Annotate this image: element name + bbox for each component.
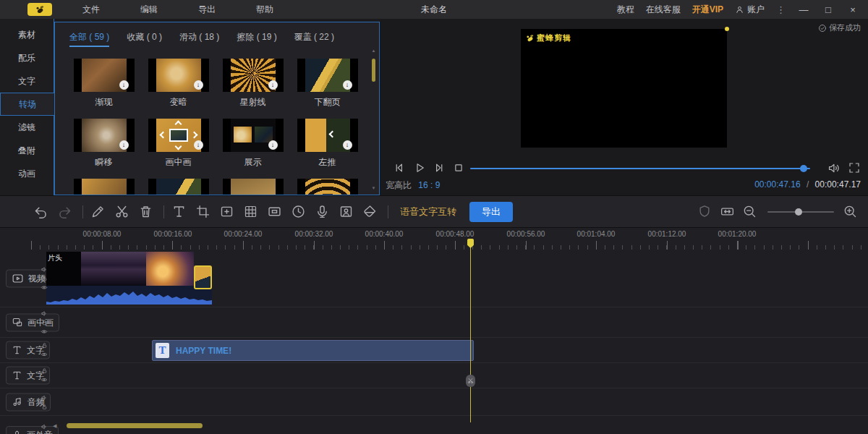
duration-button[interactable] [291,204,306,219]
stop-button[interactable] [452,161,465,174]
download-icon[interactable]: ↓ [194,80,203,90]
fit-timeline-button[interactable] [720,204,735,219]
sidebar-item-transitions[interactable]: 转场 [0,93,54,116]
mute-track-icon[interactable] [41,310,48,317]
speech-text-convert-button[interactable]: 语音文字互转 [400,205,456,218]
transition-item-partial[interactable] [141,179,216,195]
sidebar-item-music[interactable]: 配乐 [0,46,54,69]
add-text-button[interactable] [171,204,187,219]
transition-item[interactable]: ↓ 展示 [216,119,290,169]
fullscreen-icon[interactable] [848,161,861,174]
transition-item[interactable]: ↓ 下翻页 [290,59,365,109]
sidebar-item-overlays[interactable]: 叠附 [0,139,54,162]
transition-item[interactable]: ↓ 星射线 [216,59,290,109]
delete-button[interactable] [138,204,153,219]
lock-track-icon[interactable] [41,275,48,281]
volume-icon[interactable] [827,161,841,175]
download-icon[interactable]: ↓ [194,140,203,150]
seek-bar[interactable] [470,168,810,169]
video-frame[interactable]: 蜜蜂剪辑 [521,29,727,148]
download-icon[interactable]: ↓ [268,140,278,150]
time-ruler[interactable]: 00:00:08.00 00:00:16.00 00:00:24.00 00:0… [0,228,868,250]
mute-track-icon[interactable] [41,423,48,430]
scrollbar-thumb[interactable] [67,423,203,428]
text-clip[interactable]: T HAPPY TIME! [152,340,474,361]
scrollbar-thumb[interactable] [372,59,375,82]
horizontal-scrollbar[interactable]: ◀ [0,422,868,430]
crop-button[interactable] [195,204,210,219]
sidebar-item-text[interactable]: 文字 [0,69,54,93]
tab-favorites[interactable]: 收藏 ( 0 ) [127,31,162,47]
track-header-pip[interactable]: 画中画 [6,313,59,331]
account-button[interactable]: 账户 [735,4,765,16]
maximize-button[interactable]: □ [822,4,835,15]
hide-track-icon[interactable] [41,351,48,358]
tab-wipe[interactable]: 擦除 ( 19 ) [237,31,276,47]
transition-item[interactable]: ↓ 瞬移 [67,119,141,169]
video-clip[interactable]: 片头 [46,252,212,305]
hide-track-icon[interactable] [41,284,48,291]
edit-button[interactable] [90,204,106,219]
color-fill-button[interactable] [362,204,378,219]
minimize-button[interactable]: — [797,4,810,15]
download-icon[interactable]: ↓ [343,80,352,90]
transition-item-partial[interactable] [216,179,290,195]
sidebar-item-media[interactable]: 素材 [0,23,54,46]
freeze-frame-button[interactable] [267,204,282,219]
transition-item[interactable]: ↓ 左推 [290,119,365,169]
vertical-scrollbar[interactable]: ▲ ▼ [371,48,376,190]
lock-track-icon[interactable] [41,319,48,326]
mosaic-button[interactable] [243,204,258,219]
selection-handle[interactable] [725,27,729,31]
redo-button[interactable] [57,204,72,219]
prev-frame-button[interactable] [393,161,406,174]
portrait-button[interactable] [339,204,354,219]
sidebar-item-animation[interactable]: 动画 [0,162,54,185]
export-button[interactable]: 导出 [469,202,513,222]
transition-item[interactable]: ↓ 变暗 [141,59,216,109]
support-link[interactable]: 在线客服 [646,4,681,16]
download-icon[interactable]: ↓ [343,140,352,150]
scroll-left-icon[interactable]: ◀ [53,423,56,429]
tab-overlay[interactable]: 覆盖 ( 22 ) [294,31,334,47]
vip-button[interactable]: 开通VIP [692,4,723,16]
scroll-up-icon[interactable]: ▲ [371,48,376,53]
sidebar-item-filters[interactable]: 滤镜 [0,116,54,139]
close-button[interactable]: × [846,4,859,15]
tab-slide[interactable]: 滑动 ( 18 ) [179,31,219,47]
transition-item-partial[interactable] [67,179,141,195]
next-frame-button[interactable] [433,161,446,174]
split-button[interactable] [114,204,129,219]
zoom-in-button[interactable] [843,204,858,219]
seek-handle[interactable] [800,165,807,172]
transition-item-partial[interactable] [290,179,365,195]
zoom-clip-button[interactable] [219,204,234,219]
playhead[interactable] [470,239,471,422]
download-icon[interactable]: ↓ [119,80,129,90]
hide-track-icon[interactable] [41,376,48,383]
aspect-ratio[interactable]: 宽高比 16 : 9 [386,179,440,192]
download-icon[interactable]: ↓ [119,140,129,150]
zoom-slider-handle[interactable] [795,208,802,216]
record-voiceover-button[interactable] [315,204,330,219]
hide-track-icon[interactable] [41,328,48,335]
tab-all[interactable]: 全部 ( 59 ) [69,31,109,47]
play-button[interactable] [413,161,426,174]
applied-transition-badge[interactable] [194,265,212,289]
playhead-split-handle[interactable] [466,375,475,387]
mute-track-icon[interactable] [41,394,48,401]
download-icon[interactable]: ↓ [268,80,278,90]
transition-item[interactable]: ↓ 渐现 [67,59,141,109]
lock-track-icon[interactable] [41,404,48,410]
mute-track-icon[interactable] [41,265,48,273]
tutorial-link[interactable]: 教程 [617,4,634,16]
lock-track-icon[interactable] [41,342,48,349]
transition-item[interactable]: ↓ 画中画 [141,119,216,169]
scroll-down-icon[interactable]: ▼ [371,186,376,190]
undo-button[interactable] [33,204,48,219]
marker-icon[interactable] [697,204,712,219]
zoom-out-button[interactable] [742,204,757,219]
zoom-slider[interactable] [767,211,834,213]
lock-track-icon[interactable] [41,367,48,374]
more-menu-icon[interactable]: ⋮ [776,4,786,15]
